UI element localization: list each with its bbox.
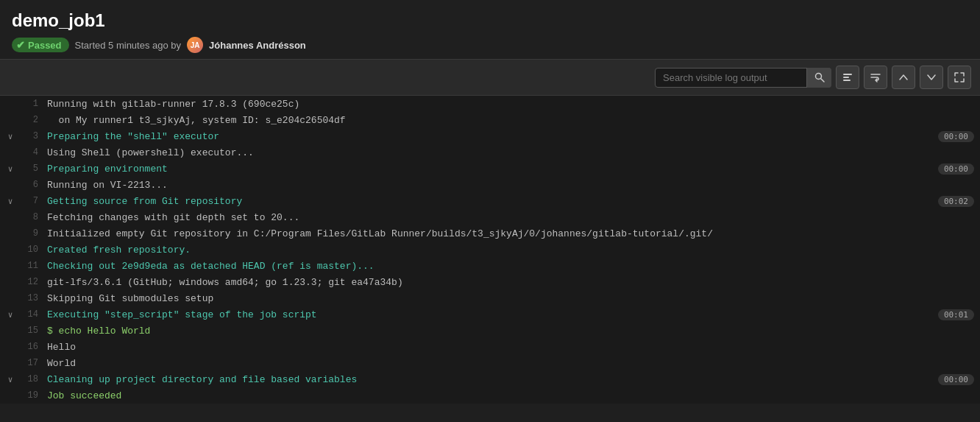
svg-rect-4: [843, 80, 851, 81]
log-content: Running on VI-2213...: [47, 179, 980, 191]
log-row: ∨3Preparing the "shell" executor00:00: [0, 128, 980, 144]
log-content: Using Shell (powershell) executor...: [47, 147, 980, 159]
line-number: 15: [21, 326, 47, 336]
log-content: Executing "step_script" stage of the job…: [47, 309, 932, 321]
log-row: 13Skipping Git submodules setup: [0, 290, 980, 306]
log-content: git-lfs/3.6.1 (GitHub; windows amd64; go…: [47, 276, 980, 289]
chevron-cell[interactable]: ∨: [0, 164, 21, 174]
raw-log-button[interactable]: [836, 66, 859, 89]
log-row: 16Hello: [0, 339, 980, 355]
scroll-top-button[interactable]: [892, 66, 915, 89]
line-number: 19: [21, 390, 47, 401]
log-content: World: [47, 357, 980, 370]
line-number: 16: [21, 342, 47, 352]
meta-text: Started 5 minutes ago by: [75, 40, 182, 51]
search-input[interactable]: [655, 68, 831, 88]
line-number: 6: [21, 180, 47, 190]
job-meta: ✔ Passed Started 5 minutes ago by JA Jóh…: [12, 37, 968, 53]
line-number: 4: [21, 147, 47, 158]
svg-rect-3: [843, 77, 849, 78]
time-badge: 00:00: [938, 131, 974, 142]
time-badge: 00:01: [938, 309, 974, 320]
log-row: 15$ echo Hello World: [0, 323, 980, 339]
log-row: 19Job succeeded: [0, 387, 980, 404]
log-content: Fetching changes with git depth set to 2…: [47, 211, 980, 224]
job-title: demo_job1: [12, 10, 968, 31]
log-content: Skipping Git submodules setup: [47, 292, 980, 305]
log-row: ∨14Executing "step_script" stage of the …: [0, 306, 980, 323]
log-row: 10Created fresh repository.: [0, 242, 980, 258]
log-content: Job succeeded: [47, 390, 980, 402]
log-content: Getting source from Git repository: [47, 195, 932, 208]
log-row: 4Using Shell (powershell) executor...: [0, 144, 980, 161]
line-number: 8: [21, 212, 47, 222]
author-name: Jóhannes Andrésson: [209, 40, 306, 51]
log-content: Checking out 2e9d9eda as detached HEAD (…: [47, 260, 980, 272]
chevron-cell[interactable]: ∨: [0, 310, 21, 320]
avatar: JA: [187, 37, 203, 53]
log-row: 2 on My runner1 t3_sjkyAj, system ID: s_…: [0, 112, 980, 128]
time-badge: 00:00: [938, 374, 974, 385]
log-content: Running with gitlab-runner 17.8.3 (690ce…: [47, 98, 980, 110]
time-badge: 00:00: [938, 163, 974, 175]
line-number: 7: [21, 196, 47, 206]
line-number: 18: [21, 374, 47, 384]
log-row: 8Fetching changes with git depth set to …: [0, 209, 980, 225]
search-icon: [814, 72, 825, 82]
wrap-button[interactable]: [864, 66, 887, 89]
log-content: Preparing the "shell" executor: [47, 130, 932, 143]
line-number: 17: [21, 358, 47, 368]
log-row: ∨18Cleaning up project directory and fil…: [0, 371, 980, 387]
log-content: on My runner1 t3_sjkyAj, system ID: s_e2…: [47, 114, 980, 127]
line-number: 2: [21, 115, 47, 125]
log-row: ∨5Preparing environment00:00: [0, 161, 980, 177]
search-button[interactable]: [806, 68, 831, 88]
log-row: 12git-lfs/3.6.1 (GitHub; windows amd64; …: [0, 274, 980, 290]
fullscreen-icon: [954, 72, 965, 82]
line-number: 5: [21, 163, 47, 174]
log-row: ∨7Getting source from Git repository00:0…: [0, 193, 980, 209]
line-number: 3: [21, 131, 47, 141]
log-row: 11Checking out 2e9d9eda as detached HEAD…: [0, 258, 980, 274]
passed-badge: ✔ Passed: [12, 38, 69, 52]
check-icon: ✔: [16, 39, 25, 51]
line-number: 1: [21, 99, 47, 109]
header: demo_job1 ✔ Passed Started 5 minutes ago…: [0, 0, 980, 59]
wrap-icon: [870, 71, 881, 83]
toolbar: [0, 59, 980, 96]
chevron-cell[interactable]: ∨: [0, 197, 21, 206]
log-row: 17World: [0, 355, 980, 371]
badge-label: Passed: [28, 40, 62, 51]
log-content: Hello: [47, 341, 980, 354]
log-content: Initialized empty Git repository in C:/P…: [47, 228, 980, 240]
chevron-cell[interactable]: ∨: [0, 132, 21, 141]
line-number: 11: [21, 261, 47, 271]
log-content: Created fresh repository.: [47, 244, 980, 256]
log-row: 6Running on VI-2213...: [0, 177, 980, 193]
log-content: Preparing environment: [47, 163, 932, 175]
log-area: 1Running with gitlab-runner 17.8.3 (690c…: [0, 96, 980, 404]
log-row: 9Initialized empty Git repository in C:/…: [0, 225, 980, 242]
scroll-bottom-icon: [926, 72, 937, 82]
line-number: 10: [21, 245, 47, 255]
search-wrapper: [655, 68, 831, 88]
time-badge: 00:02: [938, 196, 974, 207]
log-content: Cleaning up project directory and file b…: [47, 373, 932, 386]
log-row: 1Running with gitlab-runner 17.8.3 (690c…: [0, 96, 980, 112]
svg-rect-2: [843, 74, 852, 75]
scroll-top-icon: [898, 72, 909, 82]
scroll-bottom-button[interactable]: [920, 66, 943, 89]
line-number: 9: [21, 228, 47, 239]
chevron-cell[interactable]: ∨: [0, 375, 21, 384]
line-number: 14: [21, 309, 47, 320]
raw-icon: [842, 71, 853, 83]
svg-line-1: [820, 79, 824, 82]
line-number: 12: [21, 277, 47, 287]
fullscreen-button[interactable]: [948, 66, 971, 89]
line-number: 13: [21, 293, 47, 303]
log-content: $ echo Hello World: [47, 325, 980, 337]
